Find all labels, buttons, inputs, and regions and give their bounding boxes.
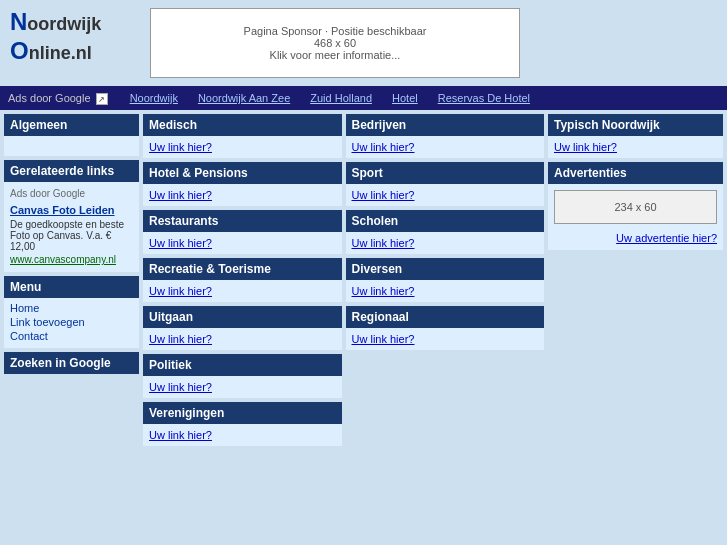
menu-home[interactable]: Home [10,302,133,314]
algemeen-section: Algemeen [4,114,139,156]
main: Algemeen Gerelateerde links Ads door Goo… [0,110,727,450]
nav-link-noordwijk[interactable]: Noordwijk [130,92,178,104]
cat-restaurants-title: Restaurants [143,210,342,232]
cat-bedrijven-body: Uw link hier? [346,136,545,158]
cat-sport-link[interactable]: Uw link hier? [352,189,415,201]
cat-regionaal-title: Regionaal [346,306,545,328]
cat-sport-title: Sport [346,162,545,184]
canvas-link[interactable]: Canvas Foto Leiden [10,204,115,216]
navbar: Ads door Google ↗ Noordwijk Noordwijk Aa… [0,86,727,110]
cat-hotel-title: Hotel & Pensions [143,162,342,184]
cat-medisch-link[interactable]: Uw link hier? [149,141,212,153]
cat-verenigingen: Verenigingen Uw link hier? [143,402,342,446]
cat-verenigingen-body: Uw link hier? [143,424,342,446]
cat-medisch-body: Uw link hier? [143,136,342,158]
canvas-url[interactable]: www.canvascompany.nl [10,254,116,265]
cat-verenigingen-title: Verenigingen [143,402,342,424]
menu-body: Home Link toevoegen Contact [4,298,139,348]
menu-link-toevoegen[interactable]: Link toevoegen [10,316,133,328]
col1: Medisch Uw link hier? Hotel & Pensions U… [143,114,342,446]
adv-title: Advertenties [548,162,723,184]
menu-title: Menu [4,276,139,298]
adv-link-wrapper: Uw advertentie hier? [548,230,723,250]
cat-politiek-link[interactable]: Uw link hier? [149,381,212,393]
cat-recreatie-title: Recreatie & Toerisme [143,258,342,280]
nav-link-noordwijk-aan-zee[interactable]: Noordwijk Aan Zee [198,92,290,104]
col3: Typisch Noordwijk Uw link hier? Adverten… [548,114,723,446]
sponsor-banner[interactable]: Pagina Sponsor · Positie beschikbaar 468… [150,8,520,78]
cat-diversen-body: Uw link hier? [346,280,545,302]
algemeen-body [4,136,139,156]
adv-banner[interactable]: 234 x 60 [554,190,717,224]
cat-sport: Sport Uw link hier? [346,162,545,206]
cat-medisch: Medisch Uw link hier? [143,114,342,158]
cat-recreatie-body: Uw link hier? [143,280,342,302]
advertenties-section: Advertenties 234 x 60 Uw advertentie hie… [548,162,723,250]
nav-link-hotel[interactable]: Hotel [392,92,418,104]
menu-section-wrapper: Menu Home Link toevoegen Contact [4,276,139,348]
cat-diversen-link[interactable]: Uw link hier? [352,285,415,297]
cat-diversen: Diversen Uw link hier? [346,258,545,302]
canvas-desc: De goedkoopste en beste Foto op Canvas. … [10,219,133,252]
cat-hotel-body: Uw link hier? [143,184,342,206]
nav-link-reservas[interactable]: Reservas De Hotel [438,92,530,104]
cat-scholen-body: Uw link hier? [346,232,545,254]
cat-regionaal: Regionaal Uw link hier? [346,306,545,350]
ads-by-google-small: Ads door Google [10,188,133,199]
cat-bedrijven: Bedrijven Uw link hier? [346,114,545,158]
cat-regionaal-link[interactable]: Uw link hier? [352,333,415,345]
cat-restaurants: Restaurants Uw link hier? [143,210,342,254]
cat-regionaal-body: Uw link hier? [346,328,545,350]
cat-uitgaan-body: Uw link hier? [143,328,342,350]
cat-medisch-title: Medisch [143,114,342,136]
cat-diversen-title: Diversen [346,258,545,280]
col2: Bedrijven Uw link hier? Sport Uw link hi… [346,114,545,446]
cat-bedrijven-link[interactable]: Uw link hier? [352,141,415,153]
zoeken-section: Zoeken in Google [4,352,139,374]
sponsor-line3: Klik voor meer informatie... [270,49,401,61]
sponsor-line1: Pagina Sponsor · Positie beschikbaar [244,25,427,37]
cat-scholen-title: Scholen [346,210,545,232]
cat-typisch-body: Uw link hier? [548,136,723,158]
header: Noordwijk Online.nl Pagina Sponsor · Pos… [0,0,727,86]
cat-typisch-link[interactable]: Uw link hier? [554,141,617,153]
cat-restaurants-link[interactable]: Uw link hier? [149,237,212,249]
cat-uitgaan-title: Uitgaan [143,306,342,328]
adv-banner-text: 234 x 60 [614,201,656,213]
cat-uitgaan: Uitgaan Uw link hier? [143,306,342,350]
menu-contact[interactable]: Contact [10,330,133,342]
content: Medisch Uw link hier? Hotel & Pensions U… [139,114,723,446]
cat-typisch: Typisch Noordwijk Uw link hier? [548,114,723,158]
cat-uitgaan-link[interactable]: Uw link hier? [149,333,212,345]
cat-politiek-body: Uw link hier? [143,376,342,398]
google-icon: ↗ [96,93,108,105]
cat-hotel-link[interactable]: Uw link hier? [149,189,212,201]
cat-hotel: Hotel & Pensions Uw link hier? [143,162,342,206]
gerelateerde-title: Gerelateerde links [4,160,139,182]
cat-politiek: Politiek Uw link hier? [143,354,342,398]
logo: Noordwijk Online.nl [10,8,130,66]
cat-restaurants-body: Uw link hier? [143,232,342,254]
logo-line2: Online.nl [10,37,130,66]
ads-google-label: Ads door Google ↗ [8,92,108,105]
cat-bedrijven-title: Bedrijven [346,114,545,136]
cat-typisch-title: Typisch Noordwijk [548,114,723,136]
cat-politiek-title: Politiek [143,354,342,376]
cat-recreatie-link[interactable]: Uw link hier? [149,285,212,297]
cat-scholen: Scholen Uw link hier? [346,210,545,254]
nav-link-zuidholland[interactable]: Zuid Holland [310,92,372,104]
cat-verenigingen-link[interactable]: Uw link hier? [149,429,212,441]
cat-sport-body: Uw link hier? [346,184,545,206]
algemeen-title: Algemeen [4,114,139,136]
adv-link[interactable]: Uw advertentie hier? [616,232,717,244]
sidebar: Algemeen Gerelateerde links Ads door Goo… [4,114,139,446]
gerelateerde-body: Ads door Google Canvas Foto Leiden De go… [4,182,139,272]
sponsor-line2: 468 x 60 [314,37,356,49]
logo-line1: Noordwijk [10,8,130,37]
gerelateerde-section: Gerelateerde links Ads door Google Canva… [4,160,139,272]
cat-scholen-link[interactable]: Uw link hier? [352,237,415,249]
zoeken-title: Zoeken in Google [4,352,139,374]
cat-recreatie: Recreatie & Toerisme Uw link hier? [143,258,342,302]
